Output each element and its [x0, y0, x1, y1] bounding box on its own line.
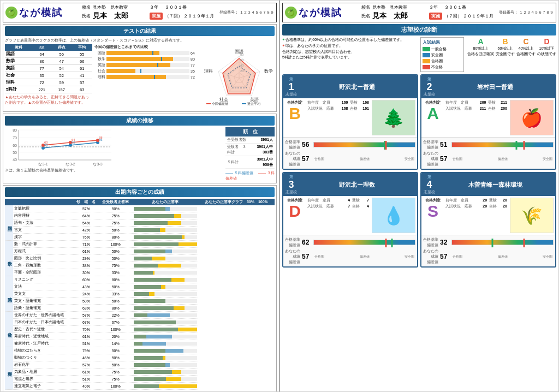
avg-rate: 24% — [74, 290, 99, 298]
right-logo-box: 🍏 なが模試 — [285, 6, 361, 19]
content-item-name: 二角・四角形数 — [13, 262, 74, 269]
svg-text:英語: 英語 — [250, 97, 259, 102]
your-rate: 33% — [99, 269, 133, 276]
school-name-3: 野沢北ー理数 — [299, 181, 415, 189]
avg-rate: 70% — [74, 326, 99, 333]
rate-bar — [133, 255, 198, 262]
avg-rate: 57% — [74, 205, 99, 212]
col-domain: 領 域 名 — [74, 199, 99, 205]
avg-rate: 40% — [74, 383, 99, 390]
content-results-section: 出題内容ごとの成績 領 域 名 全受験者正答率 あなたの正答率 あなたの正答率グ… — [3, 185, 277, 392]
school-card-1: 第 1 志望校 野沢北ー普通 合格判定 B 前年度 定員 160 受験 — [282, 74, 418, 170]
content-item-name: 内容理解 — [13, 212, 74, 219]
svg-text:70: 70 — [13, 136, 17, 140]
name-val-r: 見本 太郎 — [372, 11, 427, 21]
shindan-title: 志望校の診断 — [282, 24, 556, 35]
rate-bar — [133, 369, 198, 376]
your-rate: 50% — [99, 354, 133, 361]
svg-text:数学: 数学 — [264, 69, 273, 74]
times-l: （７回） ２０１９年１月 — [165, 13, 219, 19]
rate-bar — [133, 305, 198, 312]
school-image-4: 🌾 — [510, 198, 554, 233]
content-item-name: 語彙・語彙補充 — [13, 305, 74, 312]
school-val-l: 見本塾 見本教室 — [93, 4, 147, 10]
number-l: ３００１番 — [165, 4, 219, 10]
rate-bar — [133, 269, 198, 276]
your-rate: 80% — [99, 234, 133, 241]
rate-bar — [133, 219, 198, 227]
legend-note2: 5科計または5科計算で表示しています。 — [282, 55, 417, 60]
progress-chart: 80 70 60 50 40 な3-1 な3-2 な3-3 — [5, 127, 114, 167]
avg-rate: 51% — [74, 376, 99, 383]
avg-rate: 38% — [74, 262, 99, 269]
col-your-rate: あなたの正答率 — [133, 199, 198, 205]
subject-cell: 社会 — [5, 312, 13, 347]
school-name-2: 岩村田ー普通 — [437, 83, 553, 91]
your-rate: 75% — [99, 262, 133, 269]
avg-rate: 57% — [74, 312, 99, 319]
score-note: ▲あなたの学力をみると、正解できる問題があった割合です。▲の位置が正規した偏差値… — [5, 94, 92, 105]
rate-bar — [133, 241, 198, 248]
school-gauge-3: 合格基準偏差値 62 あなたの成績偏差値 57 合格圏偏差値安全圏 — [283, 235, 417, 266]
your-rate: 50% — [99, 298, 133, 305]
avg-rate: 60% — [74, 276, 99, 283]
rate-bar — [133, 248, 198, 255]
number-r: ３００１番 — [444, 4, 499, 10]
bar-chart-label: 今回の偏差値とこれまでの比較 — [94, 44, 201, 50]
svg-text:な3-1: な3-1 — [38, 162, 47, 167]
legend-box: 入試結果 一般合格 安全圏 合格圏 不合格 — [420, 37, 464, 72]
content-item-name: 文法 — [13, 283, 74, 290]
rate-bar — [133, 376, 198, 383]
content-item-name: 英文文 — [13, 290, 74, 298]
rank-section: 順 位 全受験者数3961人受験者 ３科計3961人中 383番５科計3961人… — [225, 127, 275, 181]
school-body-4: 合格判定 S 前年度 定員 20 受験 20 入試状況 応募 — [421, 196, 555, 235]
svg-marker-10 — [223, 58, 255, 94]
your-rate: 75% — [99, 376, 133, 383]
shindan-legend: ● 合格基準は、約60%以上の合格の可能性の位置を示した偏差値です。 ● 印は、… — [282, 37, 417, 60]
content-item-name: 植物のはたらき — [13, 347, 74, 354]
left-header: 🍏 なが模試 校名 見本塾 見本教室 ３年 ３００１番 氏名 見本 太郎 実施 … — [3, 3, 277, 22]
school-body-3: 合格判定 D 前年度 定員 4 受験 7 入試状況 応募 — [283, 196, 417, 235]
svg-text:50: 50 — [13, 151, 17, 155]
your-rate: 67% — [99, 319, 133, 326]
content-item-name: 電流と磁界 — [13, 376, 74, 383]
content-item-name: 健康時代・江戸時代 — [13, 340, 74, 347]
rate-bar — [133, 205, 198, 212]
rate-bar — [133, 326, 198, 333]
rate-bar — [133, 262, 198, 269]
your-rate: 75% — [99, 369, 133, 376]
svg-text:な3-3: な3-3 — [93, 162, 102, 167]
left-page: 🍏 なが模試 校名 見本塾 見本教室 ３年 ３００１番 氏名 見本 太郎 実施 … — [0, 0, 280, 392]
content-item-name: 語句・文法 — [13, 219, 74, 227]
right-page: 🍏 なが模試 校名 見本塾 見本教室 ３年 ３００１番 氏名 見本 太郎 実施 … — [280, 0, 559, 392]
content-item-name: 数・式の計算 — [13, 241, 74, 248]
school-header-1: 第 1 志望校 野沢北ー普通 — [283, 75, 417, 98]
subject-cell: 英語 — [5, 276, 13, 312]
avg-rate: 43% — [74, 283, 99, 290]
school-header-3: 第 3 志望校 野沢北ー理数 — [283, 173, 417, 196]
svg-rect-20 — [206, 103, 211, 104]
rate-bar — [133, 283, 198, 290]
your-rate: 20% — [99, 333, 133, 340]
progress-note: ※は、第１志望校の合格基準偏差値です。 — [5, 168, 223, 173]
your-rate: 22% — [99, 312, 133, 319]
svg-text:社会: 社会 — [219, 97, 228, 102]
school-stats-2: 前年度 定員 200 受験 211 入試状況 応募 211 合格 200 — [444, 100, 508, 135]
subject-cell: 国語 — [5, 205, 13, 241]
content-item-name: リスニング — [13, 276, 74, 283]
content-table: 領 域 名 全受験者正答率 あなたの正答率 あなたの正答率グラフ 50% 100… — [5, 199, 275, 390]
test-results-section: テストの結果 グラフと表最高中の２ケタの数字は、上の偏差値（スタンダード・スコア… — [3, 24, 277, 112]
grade-icons: A 80%以上 合格をほぼ確実 B 60%以上 安全圏です C 40%以上 合格… — [467, 37, 556, 57]
svg-text:64: 64 — [72, 138, 75, 141]
svg-text:理科: 理科 — [204, 69, 213, 74]
rate-bar — [133, 276, 198, 283]
rate-bar — [133, 354, 198, 361]
logo-box: 🍏 なが模試 — [5, 6, 82, 19]
your-rate: 100% — [99, 383, 133, 390]
svg-text:な3-2: な3-2 — [66, 162, 75, 167]
school-card-2: 第 2 志望校 岩村田ー普通 合格判定 A 前年度 定員 200 受験 — [420, 74, 556, 170]
app-title: なが模試 — [19, 6, 63, 19]
your-rate: 50% — [99, 361, 133, 369]
avg-rate: 64% — [74, 212, 99, 219]
avg-rate: 30% — [74, 269, 99, 276]
